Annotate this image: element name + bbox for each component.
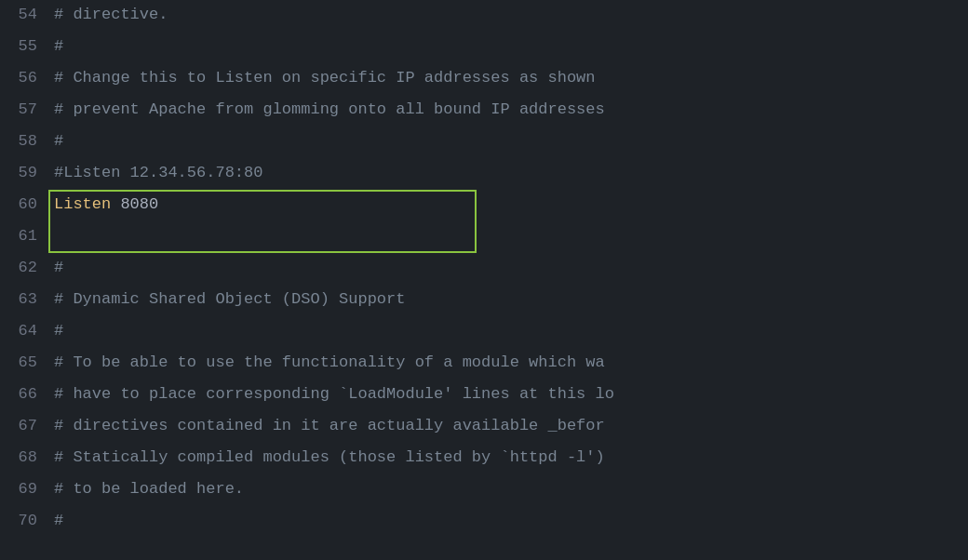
line-number-65: 65: [0, 348, 48, 380]
line-number-64: 64: [0, 316, 48, 348]
line-67: 67 # directives contained in it are actu…: [0, 411, 968, 443]
code-lines: 54 # directive. 55 # 56 # Change this to…: [0, 0, 968, 538]
line-content-55: #: [48, 32, 968, 63]
line-content-56: # Change this to Listen on specific IP a…: [48, 63, 968, 95]
line-69: 69 # to be loaded here.: [0, 474, 968, 506]
line-70: 70 #: [0, 506, 968, 538]
line-number-57: 57: [0, 95, 48, 127]
line-number-62: 62: [0, 253, 48, 285]
line-content-68: # Statically compiled modules (those lis…: [48, 443, 968, 474]
line-62: 62 #: [0, 253, 968, 285]
line-number-70: 70: [0, 506, 48, 538]
line-58: 58 #: [0, 127, 968, 158]
line-number-69: 69: [0, 474, 48, 506]
line-65: 65 # To be able to use the functionality…: [0, 348, 968, 380]
line-number-55: 55: [0, 32, 48, 63]
line-content-67: # directives contained in it are actuall…: [48, 411, 968, 443]
line-61: 61: [0, 221, 968, 253]
line-content-64: #: [48, 316, 968, 348]
line-number-61: 61: [0, 221, 48, 253]
line-number-63: 63: [0, 285, 48, 316]
line-number-54: 54: [0, 0, 48, 32]
line-content-70: #: [48, 506, 968, 538]
line-54: 54 # directive.: [0, 0, 968, 32]
highlighted-region: 60 Listen 8080 61: [0, 190, 968, 253]
line-number-68: 68: [0, 443, 48, 474]
line-55: 55 #: [0, 32, 968, 63]
line-content-61: [48, 221, 968, 253]
line-content-66: # have to place corresponding `LoadModul…: [48, 380, 968, 411]
line-content-65: # To be able to use the functionality of…: [48, 348, 968, 380]
line-content-69: # to be loaded here.: [48, 474, 968, 506]
line-56: 56 # Change this to Listen on specific I…: [0, 63, 968, 95]
line-content-57: # prevent Apache from glomming onto all …: [48, 95, 968, 127]
line-content-63: # Dynamic Shared Object (DSO) Support: [48, 285, 968, 316]
line-66: 66 # have to place corresponding `LoadMo…: [0, 380, 968, 411]
line-content-58: #: [48, 127, 968, 158]
line-64: 64 #: [0, 316, 968, 348]
line-number-56: 56: [0, 63, 48, 95]
line-content-60: Listen 8080: [48, 190, 968, 221]
line-number-59: 59: [0, 158, 48, 190]
line-59: 59 #Listen 12.34.56.78:80: [0, 158, 968, 190]
line-60: 60 Listen 8080: [0, 190, 968, 221]
line-number-60: 60: [0, 190, 48, 221]
line-number-58: 58: [0, 127, 48, 158]
line-57: 57 # prevent Apache from glomming onto a…: [0, 95, 968, 127]
line-63: 63 # Dynamic Shared Object (DSO) Support: [0, 285, 968, 316]
line-content-54: # directive.: [48, 0, 968, 32]
line-content-59: #Listen 12.34.56.78:80: [48, 158, 968, 190]
code-editor: 54 # directive. 55 # 56 # Change this to…: [0, 0, 968, 560]
line-number-66: 66: [0, 380, 48, 411]
line-number-67: 67: [0, 411, 48, 443]
line-68: 68 # Statically compiled modules (those …: [0, 443, 968, 474]
line-content-62: #: [48, 253, 968, 285]
